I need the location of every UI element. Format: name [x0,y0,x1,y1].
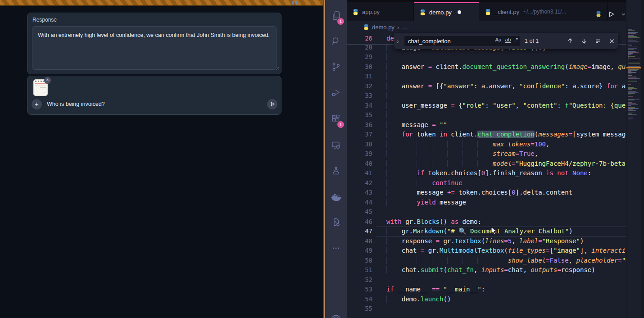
code-line[interactable]: 54 demo.launch() [347,295,626,304]
find-results-count: 1 of 1 [525,38,548,44]
response-panel: Response With an extremely high level of… [27,13,281,74]
code-line[interactable]: 40 model="HuggingFaceH4/zephyr-7b-beta") [347,159,626,169]
next-match-button[interactable] [581,38,587,44]
add-file-button[interactable]: + [32,99,42,109]
sidebar-item-docker[interactable] [325,186,347,208]
sidebar-item-run-debug[interactable] [325,82,347,104]
line-content [376,110,402,120]
line-content: demo.launch() [376,295,451,304]
line-content: show_label=False, placeholder="Upload an… [376,256,626,266]
scrollbar[interactable] [641,0,644,318]
code-line[interactable]: 45 [347,207,626,217]
run-button[interactable] [608,10,615,18]
line-content: stream=True, [376,149,538,159]
sidebar-item-more[interactable] [325,237,347,259]
line-number: 33 [347,91,376,101]
code-line[interactable]: 32 answer = [{"answer": a.answer, "confi… [347,82,626,91]
code-line[interactable]: 43 message += token.choices[0].delta.con… [347,188,626,198]
selection-lines-icon [595,38,601,44]
code-line[interactable]: 30 answer = client.document_question_ans… [347,62,626,72]
code-line[interactable]: 35 [347,110,626,120]
code-line[interactable]: 38 max_tokens=100, [347,140,626,150]
breadcrumb-file[interactable]: demo.py [372,24,395,31]
sidebar-item-extensions[interactable]: 1 [325,108,347,130]
code-line[interactable]: 48 response = gr.Textbox(lines=5, label=… [347,236,626,246]
sidebar-item-task-runner[interactable] [325,212,347,233]
line-number: 54 [347,295,376,304]
resize-handle-icon[interactable] [275,64,279,73]
code-line[interactable]: 55 [347,304,626,314]
tab-client-py[interactable]: _client.py ~/.../python3.11/... [479,2,608,21]
line-content: if token.choices[0].finish_reason is not… [376,168,591,178]
line-content: message = "" [376,120,447,130]
tab-description: ~/.../python3.11/... [523,9,567,15]
stripe-dot [295,1,297,5]
line-number: 40 [347,159,376,169]
code-line[interactable]: 29 [347,52,626,62]
code-line[interactable]: 31 [347,72,626,82]
line-number: 53 [347,285,376,295]
whole-word-toggle[interactable]: ab [505,37,511,43]
previous-match-button[interactable] [567,38,573,44]
code-line[interactable]: 37 for token in client.chat_completion(m… [347,130,626,140]
tab-label: app.py [362,9,380,15]
code-line[interactable]: 53if __name__ == "__main__": [347,285,626,295]
tab-demo-py[interactable]: demo.py [414,2,479,21]
code-line[interactable]: 42 continue [347,178,626,188]
code-line[interactable]: 33 [347,91,626,101]
ellipsis-icon [331,243,341,254]
code-line[interactable]: 34 user_message = {"role": "user", "cont… [347,101,626,111]
docker-icon [330,191,342,203]
sidebar-item-account[interactable] [325,308,347,318]
code-editor[interactable]: 27 28 image = multimodal_message["files"… [347,33,626,318]
minimap[interactable] [626,0,641,318]
python-icon [485,9,491,15]
breadcrumb-symbol[interactable]: … [402,24,408,31]
run-dropdown-button[interactable] [621,12,626,17]
code-line[interactable]: 51 chat.submit(chat_fn, inputs=chat, out… [347,265,626,275]
code-line[interactable]: 47 gr.Markdown("# 🔍 Document Analyzer Ch… [347,227,626,236]
code-line[interactable]: 41 if token.choices[0].finish_reason is … [347,168,626,178]
code-line[interactable]: 52 [347,275,626,285]
sidebar-item-source-control[interactable] [325,56,347,77]
line-number: 43 [347,188,376,198]
line-content: with gr.Blocks() as demo: [376,217,481,227]
code-line[interactable]: 44 yield message [347,198,626,208]
line-number: 52 [347,275,376,285]
code-lines: 27 28 image = multimodal_message["files"… [347,33,626,314]
response-textarea[interactable]: With an extremely high level of confiden… [32,26,277,70]
account-icon [330,313,342,318]
sidebar-item-testing[interactable] [325,160,347,182]
remove-attachment-button[interactable]: × [44,77,51,84]
modified-dot-icon[interactable] [458,10,461,14]
sidebar-item-search[interactable] [325,30,347,52]
line-number: 48 [347,236,376,246]
sidebar-item-explorer[interactable]: 1 [325,5,347,27]
line-content: answer = client.document_question_answer… [376,62,626,72]
line-number: 51 [347,265,376,275]
line-number: 36 [347,120,376,130]
sidebar-item-remote-explorer[interactable] [325,134,347,156]
find-in-selection-button[interactable] [595,38,601,44]
tab-app-py[interactable]: app.py [347,2,414,21]
line-number: 45 [347,207,376,217]
submit-button[interactable] [267,99,277,109]
code-line[interactable]: 50 show_label=False, placeholder="Upload… [347,256,626,266]
toggle-replace-button[interactable]: › [394,33,402,49]
code-line[interactable]: 46with gr.Blocks() as demo: [347,217,626,227]
regex-toggle[interactable]: .* [514,37,518,43]
line-content: max_tokens=100, [376,140,549,150]
arrow-down-icon [581,38,587,44]
question-text[interactable]: Who is being invoiced? [47,101,105,107]
code-line[interactable]: 36 message = "" [347,120,626,130]
line-content: yield message [376,198,466,208]
match-case-toggle[interactable]: Aa [495,37,501,43]
sticky-line-text: de [376,33,394,45]
line-number: 42 [347,178,376,188]
multimodal-input-panel: × + Who is being invoiced? [27,76,281,115]
code-line[interactable]: 39 stream=True, [347,149,626,159]
code-line[interactable]: 49 chat = gr.MultimodalTextbox(file_type… [347,246,626,256]
line-content: if __name__ == "__main__": [376,285,485,295]
line-content: message += token.choices[0].delta.conten… [376,188,572,198]
close-find-button[interactable] [609,38,615,44]
